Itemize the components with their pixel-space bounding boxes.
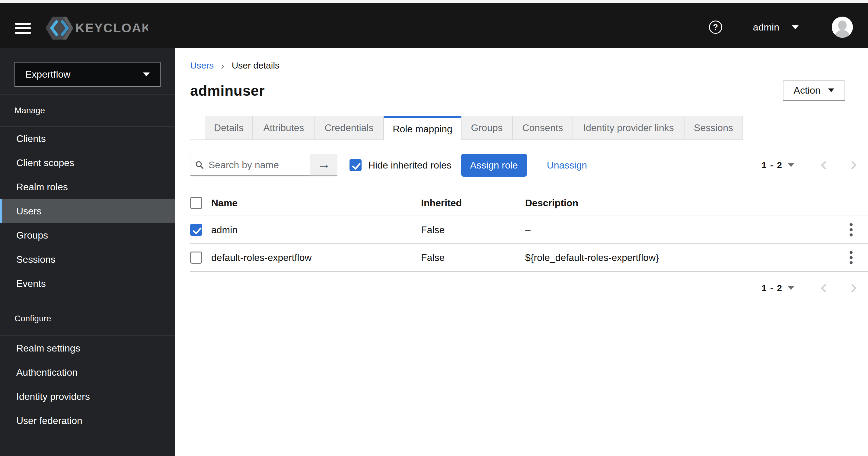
pagination-prev-button[interactable] xyxy=(817,159,831,172)
nav-section-configure: Configure xyxy=(0,302,175,336)
pagination-range-toggle[interactable]: 1 - 2 xyxy=(762,283,794,293)
tabbar-underline xyxy=(190,140,743,140)
window-top-strip xyxy=(0,0,868,3)
role-description: – xyxy=(525,224,841,235)
chevron-down-icon xyxy=(143,73,150,77)
role-name: default-roles-expertflow xyxy=(211,252,421,263)
nav-toggle-hamburger-icon[interactable] xyxy=(15,21,31,35)
page-title: adminuser xyxy=(190,82,265,99)
sidebar-item-realm-roles[interactable]: Realm roles xyxy=(0,175,175,199)
realm-selector[interactable]: Expertflow xyxy=(14,62,161,87)
unassign-button[interactable]: Unassign xyxy=(547,160,587,171)
pagination-bottom: 1 - 2 xyxy=(762,281,860,295)
tab-role-mapping[interactable]: Role mapping xyxy=(383,116,462,140)
column-header-name: Name xyxy=(211,198,421,209)
sidebar-item-sessions[interactable]: Sessions xyxy=(0,247,175,272)
nav-section-manage: Manage xyxy=(0,95,175,126)
chevron-down-icon xyxy=(792,25,799,29)
sidebar-item-realm-settings[interactable]: Realm settings xyxy=(0,336,175,360)
assign-role-button[interactable]: Assign role xyxy=(461,154,527,177)
breadcrumb-users-link[interactable]: Users xyxy=(190,60,214,71)
avatar-torso-icon xyxy=(835,30,850,38)
sidebar-item-events[interactable]: Events xyxy=(0,272,175,296)
action-dropdown-button[interactable]: Action xyxy=(783,80,845,101)
tab-groups[interactable]: Groups xyxy=(462,116,513,140)
table-row: default-roles-expertflow False ${role_de… xyxy=(190,244,868,272)
role-description: ${role_default-roles-expertflow} xyxy=(525,252,841,263)
breadcrumb-current: User details xyxy=(232,60,279,71)
masthead: KEYCLOAK ? admin xyxy=(0,3,868,48)
tab-sessions[interactable]: Sessions xyxy=(684,116,743,140)
user-menu[interactable]: admin xyxy=(753,22,799,33)
chevron-left-icon xyxy=(821,284,829,292)
hide-inherited-checkbox[interactable] xyxy=(349,159,362,171)
hide-inherited-label[interactable]: Hide inherited roles xyxy=(368,160,452,171)
tab-consents[interactable]: Consents xyxy=(513,116,573,140)
keycloak-admin-console: KEYCLOAK ? admin Expertflow Manage xyxy=(0,0,868,456)
sidebar-item-authentication[interactable]: Authentication xyxy=(0,360,175,384)
chevron-down-icon xyxy=(788,163,794,167)
chevron-right-icon xyxy=(848,161,857,169)
table-row: admin False – xyxy=(190,216,868,244)
search-group: → xyxy=(190,154,337,176)
pagination-next-button[interactable] xyxy=(846,281,860,295)
tab-details[interactable]: Details xyxy=(205,116,253,140)
role-inherited: False xyxy=(421,252,525,263)
keycloak-logo: KEYCLOAK xyxy=(45,16,148,40)
row-checkbox[interactable] xyxy=(190,252,202,264)
select-all-checkbox[interactable] xyxy=(190,197,202,209)
logo-hexagon xyxy=(45,17,73,39)
page-header: adminuser Action xyxy=(190,80,868,101)
search-submit-arrow-icon[interactable]: → xyxy=(310,154,337,176)
tab-attributes[interactable]: Attributes xyxy=(253,116,315,140)
chevron-down-icon xyxy=(788,286,794,290)
role-mapping-toolbar: → Hide inherited roles Assign role Unass… xyxy=(190,154,868,177)
role-inherited: False xyxy=(421,224,525,235)
search-box xyxy=(190,154,310,176)
column-header-description: Description xyxy=(525,198,841,209)
row-checkbox[interactable] xyxy=(190,224,202,236)
breadcrumb-separator-icon: › xyxy=(221,61,224,70)
role-name: admin xyxy=(211,224,421,235)
sidebar-item-clients[interactable]: Clients xyxy=(0,126,175,151)
sidebar-item-groups[interactable]: Groups xyxy=(0,223,175,247)
row-kebab-menu-icon[interactable] xyxy=(844,221,858,239)
role-mapping-table: Name Inherited Description admin False –… xyxy=(190,190,868,272)
main-content: Users › User details adminuser Action De… xyxy=(175,48,868,456)
chevron-left-icon xyxy=(821,161,829,169)
tab-credentials[interactable]: Credentials xyxy=(315,116,383,140)
pagination-prev-button[interactable] xyxy=(817,281,831,295)
pagination-range-toggle[interactable]: 1 - 2 xyxy=(762,160,794,170)
pagination-next-button[interactable] xyxy=(846,159,860,172)
avatar[interactable] xyxy=(832,17,853,38)
search-input[interactable] xyxy=(209,160,305,171)
table-header-row: Name Inherited Description xyxy=(190,190,868,216)
sidebar: Expertflow Manage Clients Client scopes … xyxy=(0,48,175,456)
action-dropdown-label: Action xyxy=(794,85,820,96)
sidebar-item-users[interactable]: Users xyxy=(0,199,175,223)
chevron-right-icon xyxy=(848,284,857,292)
tabs: Details Attributes Credentials Role mapp… xyxy=(190,116,868,140)
realm-selector-label: Expertflow xyxy=(25,69,143,80)
keycloak-brand-text: KEYCLOAK xyxy=(75,21,148,35)
user-menu-label: admin xyxy=(753,22,779,33)
sidebar-item-identity-providers[interactable]: Identity providers xyxy=(0,384,175,408)
search-icon xyxy=(195,160,204,170)
avatar-head-icon xyxy=(838,21,846,30)
tab-identity-provider-links[interactable]: Identity provider links xyxy=(573,116,684,140)
sidebar-item-user-federation[interactable]: User federation xyxy=(0,408,175,433)
pagination-bottom-row: 1 - 2 xyxy=(190,279,868,297)
row-kebab-menu-icon[interactable] xyxy=(844,249,858,267)
help-icon[interactable]: ? xyxy=(709,21,722,34)
column-header-inherited: Inherited xyxy=(421,198,525,209)
masthead-right: ? admin xyxy=(709,17,853,38)
chevron-down-icon xyxy=(828,88,834,92)
breadcrumb: Users › User details xyxy=(190,60,868,71)
sidebar-item-client-scopes[interactable]: Client scopes xyxy=(0,151,175,175)
pagination-top: 1 - 2 xyxy=(762,159,860,172)
